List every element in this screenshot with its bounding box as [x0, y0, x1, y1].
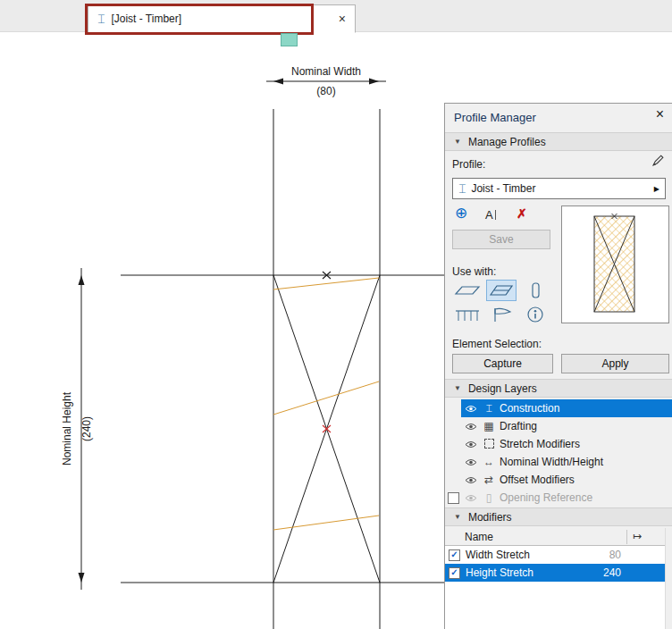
- profile-field-label: Profile:: [452, 158, 485, 171]
- value-column-header-icon: ↦: [633, 530, 642, 542]
- drafting-layer-icon: ▦: [480, 421, 498, 432]
- chevron-down-icon: ▼: [454, 385, 461, 392]
- section-label: Manage Profiles: [468, 136, 546, 148]
- use-with-handrail-toggle[interactable]: [486, 304, 517, 325]
- profile-ibeam-icon: ⌶: [458, 182, 466, 195]
- use-with-column-toggle[interactable]: [520, 280, 550, 301]
- save-button[interactable]: Save: [452, 230, 550, 249]
- profile-dropdown[interactable]: ⌶ Joist - Timber ▶: [452, 178, 666, 199]
- rename-profile-button[interactable]: A: [485, 208, 496, 222]
- chevron-down-icon: ▼: [454, 138, 461, 146]
- checkbox-unchecked[interactable]: [448, 492, 459, 504]
- height-dimension-label: Nominal Height: [61, 391, 73, 465]
- section-manage-profiles[interactable]: ▼ Manage Profiles: [445, 132, 672, 151]
- layer-row-drafting[interactable]: ▦ Drafting: [445, 417, 672, 435]
- profile-geometry[interactable]: [121, 109, 446, 629]
- section-label: Design Layers: [468, 382, 537, 395]
- panel-close-icon[interactable]: ×: [656, 107, 664, 122]
- scrollbar[interactable]: [665, 528, 672, 629]
- design-layers-list: ⌶ Construction ▦ Drafting Stretch Modifi…: [445, 399, 672, 508]
- section-modifiers[interactable]: ▼ Modifiers: [445, 507, 672, 526]
- dim-arrow-right: [369, 79, 379, 85]
- visibility-eye-icon[interactable]: [462, 476, 480, 484]
- width-dimension-value: (80): [316, 85, 335, 97]
- section-design-layers[interactable]: ▼ Design Layers: [445, 379, 672, 398]
- layer-row-opening-reference[interactable]: ▯ Opening Reference: [445, 489, 672, 507]
- layer-row-stretch-modifiers[interactable]: Stretch Modifiers: [445, 435, 672, 453]
- visibility-eye-icon[interactable]: [462, 494, 480, 502]
- new-profile-button[interactable]: ⊕: [455, 205, 467, 221]
- section-label: Modifiers: [468, 511, 512, 524]
- modifier-label: Width Stretch: [466, 549, 530, 561]
- chevron-down-icon: ▼: [454, 514, 461, 521]
- text-cursor-icon: [495, 210, 496, 220]
- name-column-header: Name: [465, 531, 493, 543]
- modifier-row-width-stretch[interactable]: ✓ Width Stretch 80: [445, 546, 665, 564]
- opening-reference-layer-icon: ▯: [480, 492, 498, 503]
- checkbox-checked[interactable]: ✓: [449, 567, 460, 579]
- visibility-eye-icon[interactable]: [462, 440, 480, 449]
- info-icon: [525, 305, 545, 324]
- layer-label: Offset Modifiers: [500, 474, 575, 486]
- visibility-eye-icon[interactable]: [462, 458, 480, 466]
- tab-label: [Joist - Timber]: [111, 13, 181, 25]
- dim-arrow-left: [273, 79, 283, 85]
- modifier-line-bottom: [273, 516, 379, 530]
- offset-modifiers-layer-icon: ⇄: [480, 474, 498, 485]
- width-dimension: Nominal Width (80): [266, 65, 386, 97]
- handrail-icon: [488, 306, 515, 323]
- flyout-arrow-icon[interactable]: ▶: [654, 185, 659, 193]
- width-dimension-label: Nominal Width: [291, 65, 361, 78]
- use-with-railing-toggle[interactable]: [452, 304, 483, 325]
- layer-row-nominal-width-height[interactable]: ↔ Nominal Width/Height: [445, 453, 672, 471]
- use-with-label: Use with:: [452, 265, 496, 278]
- construction-layer-icon: ⌶: [480, 403, 498, 414]
- profile-preview: [561, 205, 669, 323]
- app-window: ⌶ [Joist - Timber] × Nominal Width (80) …: [0, 0, 672, 629]
- modifier-label: Height Stretch: [466, 566, 533, 579]
- delete-profile-button[interactable]: ✗: [517, 207, 527, 220]
- modifier-value[interactable]: 80: [609, 549, 621, 561]
- modifier-line-top: [273, 278, 379, 289]
- nominal-width-height-layer-icon: ↔: [480, 457, 498, 467]
- layer-row-offset-modifiers[interactable]: ⇄ Offset Modifiers: [445, 471, 672, 489]
- rename-letter: A: [485, 208, 493, 222]
- usage-info-button[interactable]: [520, 304, 550, 325]
- profile-manager-panel: Profile Manager × ▼ Manage Profiles Prof…: [444, 103, 672, 629]
- center-hotspot-marker[interactable]: [323, 425, 331, 432]
- visibility-eye-icon[interactable]: [462, 423, 480, 431]
- dim-arrow-bottom: [79, 573, 85, 583]
- stretch-modifiers-layer-icon: [480, 439, 498, 450]
- profile-options-pen-icon[interactable]: [651, 154, 665, 170]
- column-divider: [626, 530, 627, 544]
- visibility-eye-icon[interactable]: [462, 405, 480, 413]
- profile-dropdown-value: Joist - Timber: [471, 182, 535, 195]
- modifier-row-height-stretch[interactable]: ✓ Height Stretch 240: [445, 564, 665, 582]
- dim-arrow-top: [79, 275, 85, 285]
- use-with-beam-toggle[interactable]: [486, 280, 517, 301]
- layer-label: Nominal Width/Height: [500, 456, 603, 468]
- tab-close-icon[interactable]: ×: [339, 13, 346, 25]
- checkbox-checked[interactable]: ✓: [449, 549, 460, 561]
- capture-button[interactable]: Capture: [452, 354, 553, 373]
- height-dimension: Nominal Height (240): [61, 268, 93, 590]
- layer-row-construction[interactable]: ⌶ Construction: [445, 399, 672, 417]
- beam-icon: [488, 282, 515, 298]
- apply-button[interactable]: Apply: [561, 354, 669, 373]
- layer-label: Opening Reference: [500, 491, 592, 504]
- modifier-value[interactable]: 240: [603, 566, 621, 579]
- tab-bar: ⌶ [Joist - Timber] ×: [0, 0, 672, 32]
- layer-label: Drafting: [500, 420, 537, 432]
- layer-label: Construction: [500, 402, 559, 415]
- layer-label: Stretch Modifiers: [500, 438, 580, 450]
- column-icon: [522, 281, 549, 299]
- panel-title: Profile Manager: [454, 111, 536, 124]
- height-dimension-value: (240): [80, 416, 93, 441]
- element-selection-label: Element Selection:: [452, 338, 542, 350]
- stretch-modifier-lines[interactable]: [273, 278, 379, 530]
- use-with-wall-toggle[interactable]: [452, 280, 483, 301]
- modifiers-table-body: ✓ Width Stretch 80 ✓ Height Stretch 240: [445, 546, 665, 629]
- profile-ibeam-icon: ⌶: [97, 13, 105, 25]
- railing-icon: [454, 306, 481, 323]
- document-tab-joist-timber[interactable]: ⌶ [Joist - Timber] ×: [88, 4, 356, 33]
